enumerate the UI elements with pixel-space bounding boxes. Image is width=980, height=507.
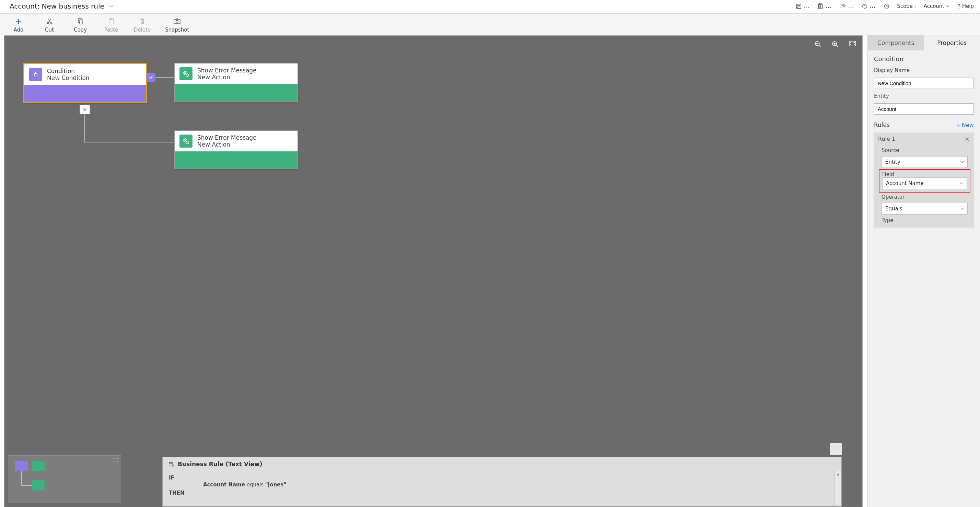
cut-label: Cut — [45, 27, 54, 33]
validate-button[interactable]: ... — [817, 3, 831, 9]
action-node-1[interactable]: Show Error Message New Action — [174, 63, 298, 102]
condition-icon — [29, 68, 42, 81]
zoom-out-button[interactable] — [814, 40, 822, 48]
error-action-icon — [180, 67, 192, 80]
chevron-down-icon — [946, 4, 950, 8]
history-button[interactable] — [883, 3, 889, 9]
error-action-icon — [180, 135, 192, 148]
source-label: Source — [881, 147, 968, 153]
camera-icon — [173, 17, 181, 26]
add-rule-button[interactable]: + New — [956, 122, 974, 128]
scope-label: Scope : — [897, 3, 916, 9]
clipboard-icon — [817, 3, 824, 9]
plus-icon — [15, 17, 22, 26]
svg-point-17 — [37, 75, 38, 77]
saveas-button[interactable]: ... — [839, 3, 854, 9]
save-button[interactable]: ... — [796, 3, 810, 9]
add-button[interactable]: Add — [10, 17, 27, 33]
action2-title: Show Error Message — [197, 134, 257, 141]
action1-subtitle: New Action — [197, 74, 257, 81]
condition-title: Condition — [47, 68, 89, 75]
svg-rect-7 — [80, 20, 83, 24]
svg-point-21 — [186, 141, 189, 144]
entity-label: Entity — [874, 93, 974, 99]
svg-rect-14 — [849, 41, 856, 46]
text-view-popout-button[interactable]: ⛶ — [830, 443, 842, 455]
save-as-icon — [839, 3, 846, 9]
svg-point-5 — [50, 22, 52, 24]
chevron-down-icon — [109, 4, 114, 9]
action2-subtitle: New Action — [197, 141, 257, 148]
section-title: Condition — [874, 55, 974, 62]
copy-button[interactable]: Copy — [72, 17, 89, 33]
text-view-panel: ⛶ Business Rule (Text View) IF Account N… — [162, 457, 842, 507]
help-label: Help — [962, 3, 974, 9]
rule-block: Rule 1 × Source Entity Field Account Nam — [874, 132, 974, 228]
paste-button[interactable]: Paste — [103, 17, 119, 33]
field-highlight-box: Field Account Name — [879, 169, 970, 193]
paste-icon — [108, 17, 115, 26]
condition-node[interactable]: Condition New Condition — [23, 63, 147, 103]
help-button[interactable]: ? Help — [957, 3, 974, 10]
display-name-label: Display Name — [874, 67, 974, 73]
title-dropdown[interactable]: Account: New business rule — [10, 2, 114, 10]
trash-icon — [139, 17, 146, 26]
minimap[interactable]: ⛶ — [8, 455, 121, 503]
snapshot-label: Snapshot — [165, 27, 189, 33]
scope-dropdown[interactable]: Account — [924, 3, 950, 9]
tab-properties[interactable]: Properties — [924, 35, 980, 51]
operator-dropdown[interactable]: Equals — [881, 203, 968, 215]
action1-title: Show Error Message — [197, 67, 257, 74]
entity-input[interactable] — [874, 103, 974, 115]
else-connector: × — [80, 105, 90, 114]
snapshot-button[interactable]: Snapshot — [165, 17, 189, 33]
rule-title: Rule 1 — [878, 136, 895, 142]
question-icon: ? — [957, 3, 961, 10]
cut-button[interactable]: Cut — [41, 17, 58, 33]
add-label: Add — [13, 27, 23, 33]
svg-point-19 — [186, 74, 189, 77]
properties-panel: Components Properties Condition Display … — [867, 35, 980, 507]
then-keyword: THEN — [169, 490, 189, 496]
fit-screen-button[interactable] — [849, 40, 856, 48]
zoom-in-button[interactable] — [831, 40, 839, 48]
svg-point-15 — [35, 72, 37, 73]
header-bar: Account: New business rule ... ... ... .… — [0, 0, 980, 14]
delete-button[interactable]: Delete — [134, 17, 151, 33]
display-name-input[interactable] — [874, 78, 974, 89]
scope-value: Account — [924, 3, 945, 9]
svg-point-22 — [172, 465, 174, 467]
condition-subtitle: New Condition — [47, 75, 89, 81]
rules-label: Rules — [874, 121, 890, 128]
field-dropdown[interactable]: Account Name — [882, 177, 967, 189]
action-node-2[interactable]: Show Error Message New Action — [174, 131, 298, 169]
design-canvas[interactable]: Condition New Condition Show Err — [4, 35, 863, 507]
title-text: New business rule — [42, 2, 104, 10]
svg-point-4 — [47, 22, 49, 24]
svg-rect-10 — [174, 19, 180, 24]
scissors-icon — [46, 17, 53, 26]
plus-icon: + — [956, 122, 961, 128]
svg-point-16 — [34, 75, 35, 77]
source-dropdown[interactable]: Entity — [881, 156, 968, 168]
list-settings-icon — [168, 461, 174, 467]
check-connector — [146, 73, 156, 82]
if-keyword: IF — [169, 475, 189, 481]
copy-label: Copy — [74, 27, 87, 33]
paste-label: Paste — [104, 27, 118, 33]
new-rule-label: New — [962, 122, 974, 128]
svg-point-11 — [176, 21, 178, 23]
title-prefix: Account: — [10, 2, 40, 10]
delete-label: Delete — [134, 27, 151, 33]
activate-button[interactable]: ... — [862, 3, 876, 9]
operator-label: Operator — [881, 194, 968, 200]
toolbar: Add Cut Copy Paste Delete Snapshot — [0, 14, 980, 35]
text-view-scrollbar[interactable]: ∧ — [834, 471, 842, 505]
field-label: Field — [882, 171, 967, 177]
rule-close-button[interactable]: × — [964, 135, 970, 142]
clock-icon — [883, 3, 889, 9]
tab-components[interactable]: Components — [868, 35, 924, 51]
text-view-title: Business Rule (Text View) — [178, 461, 262, 467]
scroll-up-icon[interactable]: ∧ — [836, 471, 840, 477]
condition-text: Account Name equals "Jones" — [203, 481, 286, 488]
